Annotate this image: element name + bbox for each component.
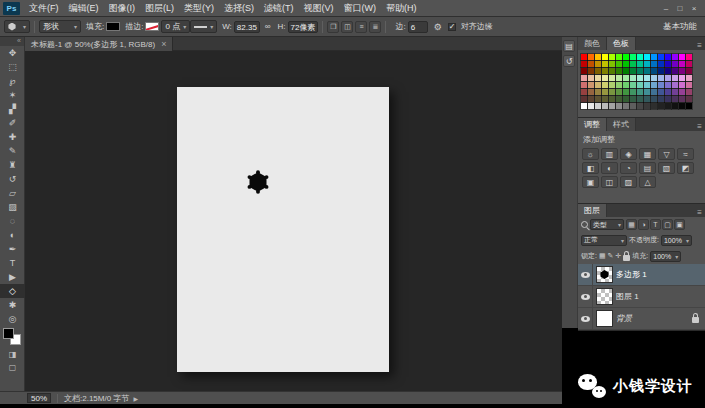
color-swatch[interactable] [644, 89, 650, 95]
color-swatch[interactable] [665, 96, 671, 102]
workspace-switcher[interactable]: 基本功能 [663, 21, 697, 33]
color-swatch[interactable] [644, 54, 650, 60]
color-swatch[interactable] [637, 75, 643, 81]
color-swatch[interactable] [651, 75, 657, 81]
color-swatch[interactable] [665, 75, 671, 81]
menu-item-9[interactable]: 帮助(H) [381, 0, 422, 17]
color-swatch[interactable] [672, 54, 678, 60]
color-swatch[interactable] [588, 96, 594, 102]
brightness-contrast-icon[interactable]: ☼ [582, 148, 599, 160]
color-swatch[interactable] [658, 68, 664, 74]
color-swatch[interactable] [637, 61, 643, 67]
color-swatch[interactable] [616, 96, 622, 102]
color-swatch[interactable] [672, 82, 678, 88]
color-swatch[interactable] [581, 61, 587, 67]
color-swatch[interactable] [651, 89, 657, 95]
color-swatch[interactable] [644, 68, 650, 74]
color-swatch[interactable] [602, 68, 608, 74]
color-swatch[interactable] [602, 82, 608, 88]
color-swatch[interactable] [686, 75, 692, 81]
path-selection-tool[interactable]: ▶ [0, 270, 25, 284]
visibility-toggle[interactable] [578, 264, 593, 285]
layer-thumbnail[interactable] [597, 267, 612, 282]
link-dimensions-icon[interactable]: ∞ [265, 22, 271, 31]
lock-all-icon[interactable] [623, 255, 630, 261]
color-swatch[interactable] [637, 54, 643, 60]
hand-tool[interactable]: ✱ [0, 298, 25, 312]
eyedropper-tool[interactable]: ✐ [0, 116, 25, 130]
align-edges-checkbox[interactable] [448, 23, 456, 31]
color-swatch[interactable] [609, 75, 615, 81]
marquee-tool[interactable]: ⬚ [0, 60, 25, 74]
color-swatch[interactable] [609, 103, 615, 109]
color-swatch[interactable] [665, 61, 671, 67]
hue-saturation-icon[interactable]: ≈ [677, 148, 694, 160]
layer-thumbnail[interactable] [597, 311, 612, 326]
path-arrangement-icon[interactable]: ≣ [369, 21, 381, 33]
color-swatch[interactable] [609, 54, 615, 60]
type-tool[interactable]: T [0, 256, 25, 270]
selective-color-icon[interactable]: △ [639, 176, 656, 188]
menu-item-3[interactable]: 图层(L) [140, 0, 179, 17]
color-swatch[interactable] [651, 82, 657, 88]
zoom-level-field[interactable]: 50% [27, 393, 51, 403]
color-swatch[interactable] [623, 103, 629, 109]
visibility-toggle[interactable] [578, 308, 593, 329]
posterize-icon[interactable]: ▣ [582, 176, 599, 188]
color-swatch[interactable] [623, 68, 629, 74]
color-swatch[interactable] [595, 68, 601, 74]
color-swatch[interactable] [623, 82, 629, 88]
color-swatch[interactable] [665, 54, 671, 60]
tab-0[interactable]: 调整 [578, 118, 607, 131]
history-panel-icon[interactable]: ▤ [563, 40, 575, 52]
color-swatch[interactable] [609, 96, 615, 102]
lock-transparent-pixels-icon[interactable]: ▦ [599, 252, 606, 260]
exposure-icon[interactable]: ▦ [639, 148, 656, 160]
panel-menu-icon[interactable]: ≡ [694, 122, 705, 131]
quick-mask-button[interactable]: ◨ [0, 348, 25, 361]
lock-image-pixels-icon[interactable]: ✎ [608, 252, 614, 260]
color-swatch[interactable] [630, 68, 636, 74]
color-lookup-icon[interactable]: ▧ [658, 162, 675, 174]
color-swatch[interactable] [658, 103, 664, 109]
menu-item-7[interactable]: 视图(V) [299, 0, 339, 17]
color-swatch[interactable] [679, 103, 685, 109]
menu-item-8[interactable]: 窗口(W) [339, 0, 382, 17]
filter-shape-layers-icon[interactable]: ▢ [662, 219, 673, 230]
color-swatch[interactable] [637, 82, 643, 88]
blend-mode-dropdown[interactable]: 正常 [581, 235, 627, 246]
color-swatch[interactable] [679, 82, 685, 88]
brush-tool[interactable]: ✎ [0, 144, 25, 158]
color-swatch[interactable] [630, 75, 636, 81]
document-tab[interactable]: 未标题-1 @ 50%(多边形 1, RGB/8) × [25, 37, 173, 51]
color-swatch[interactable] [686, 89, 692, 95]
color-swatch[interactable] [679, 54, 685, 60]
filter-type-layers-icon[interactable]: T [650, 219, 661, 230]
color-swatch[interactable] [686, 68, 692, 74]
color-swatch[interactable] [679, 96, 685, 102]
toolbar-collapse-icon[interactable]: « [0, 37, 24, 46]
color-swatch[interactable] [588, 82, 594, 88]
healing-brush-tool[interactable]: ✚ [0, 130, 25, 144]
color-swatch[interactable] [651, 68, 657, 74]
levels-icon[interactable]: ▥ [601, 148, 618, 160]
height-field[interactable]: 72像素 [288, 21, 319, 33]
color-swatch[interactable] [609, 61, 615, 67]
color-swatch[interactable] [595, 89, 601, 95]
move-tool[interactable]: ✥ [0, 46, 25, 60]
color-swatch[interactable] [630, 54, 636, 60]
filter-pixel-layers-icon[interactable]: ▦ [626, 219, 637, 230]
stroke-width-dropdown[interactable]: 0 点 [161, 20, 190, 33]
path-alignment-icon[interactable]: ≡ [355, 21, 367, 33]
stroke-type-dropdown[interactable] [190, 20, 217, 33]
clone-stamp-tool[interactable]: ♜ [0, 158, 25, 172]
color-swatch[interactable] [602, 54, 608, 60]
color-swatch[interactable] [637, 68, 643, 74]
maximize-button[interactable]: □ [673, 4, 687, 13]
color-swatch[interactable] [588, 68, 594, 74]
color-swatch[interactable] [616, 82, 622, 88]
color-swatch[interactable] [602, 96, 608, 102]
status-expand-icon[interactable]: ▶ [133, 395, 138, 402]
color-swatch[interactable] [623, 61, 629, 67]
color-swatch[interactable] [630, 89, 636, 95]
